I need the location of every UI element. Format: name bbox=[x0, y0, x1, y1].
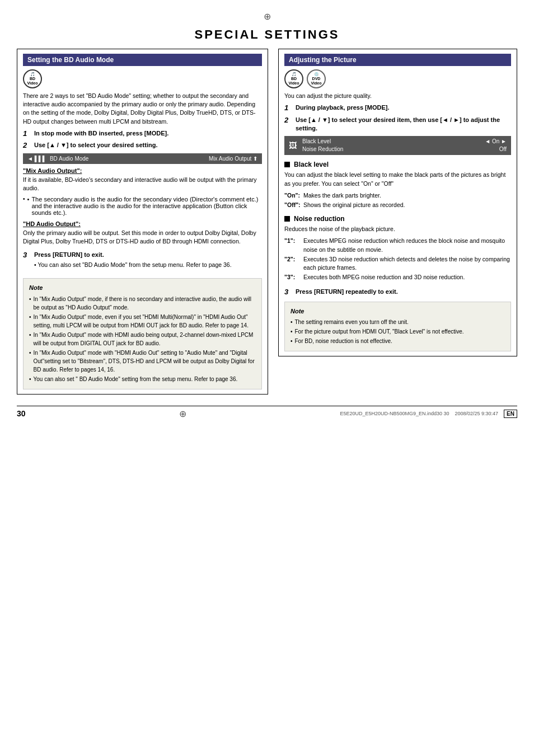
nr-3-text: Executes both MPEG noise reduction and 3… bbox=[303, 273, 465, 281]
step-1-num: 1 bbox=[23, 129, 31, 138]
note-item-1: In "Mix Audio Output" mode, if there is … bbox=[29, 295, 256, 312]
mode-box-icon: ◄ ▌▌▌ bbox=[27, 156, 46, 162]
nr-1-line: "1": Executes MPEG noise reduction which… bbox=[284, 237, 511, 253]
bd-icon-group: 🎵BDVideo bbox=[23, 69, 262, 88]
left-section-header: Setting the BD Audio Mode bbox=[23, 54, 262, 66]
nr-3-label: "3": bbox=[284, 273, 301, 281]
picture-box-icon: 🖼 bbox=[289, 141, 297, 150]
nr-2-line: "2": Executes 3D noise reduction which d… bbox=[284, 255, 511, 272]
right-section-box: Adjusting the Picture 🎵BDVideo 💿DVDVideo… bbox=[278, 49, 517, 356]
mode-box-value: Mix Audio Output ⬆ bbox=[209, 156, 257, 162]
mix-audio-bullet1: • The secondary audio is the audio for t… bbox=[23, 196, 262, 216]
step-1: 1 In stop mode with BD inserted, press [… bbox=[23, 129, 262, 138]
noise-reduction-text: Reduces the noise of the playback pictur… bbox=[284, 225, 511, 233]
hd-audio-text: Only the primary audio will be output. S… bbox=[23, 229, 262, 246]
noise-reduction-section: Noise reduction Reduces the noise of the… bbox=[284, 215, 511, 281]
step-1-text: In stop mode with BD inserted, press [MO… bbox=[34, 129, 168, 138]
on-label: "On": bbox=[284, 191, 301, 200]
mode-box-label: BD Audio Mode bbox=[50, 156, 89, 162]
main-content: Setting the BD Audio Mode 🎵BDVideo There… bbox=[17, 49, 517, 395]
doc-info: E5E20UD_E5H20UD-NB500MG9_EN.indd30 30 bbox=[340, 411, 449, 416]
right-step-2-num: 2 bbox=[284, 116, 292, 133]
black-level-text: You can adjust the black level setting t… bbox=[284, 171, 511, 187]
page-number: 30 bbox=[17, 409, 26, 418]
noise-reduction-title: Noise reduction bbox=[284, 215, 511, 223]
black-level-icon bbox=[284, 162, 290, 167]
note-box-left: Note In "Mix Audio Output" mode, if ther… bbox=[23, 278, 262, 389]
en-badge: EN bbox=[504, 410, 517, 418]
mix-audio-text: If it is available, BD-video's secondary… bbox=[23, 176, 262, 192]
on-text: Makes the dark parts brighter. bbox=[303, 191, 381, 200]
right-step-3-num: 3 bbox=[284, 288, 292, 296]
right-intro-text: You can adjust the picture quality. bbox=[284, 92, 511, 100]
nr-1-label: "1": bbox=[284, 237, 301, 253]
mode-box: ◄ ▌▌▌ BD Audio Mode Mix Audio Output ⬆ bbox=[23, 153, 262, 164]
picture-box-val-1: ◄ On ► bbox=[485, 138, 507, 145]
step-2: 2 Use [▲ / ▼] to select your desired set… bbox=[23, 141, 262, 149]
black-level-section: Black level You can adjust the black lev… bbox=[284, 161, 511, 209]
picture-box: 🖼 Black Level ◄ On ► Noise Reduction Off bbox=[284, 136, 511, 155]
right-note-item-1: The setting remains even you turn off th… bbox=[291, 318, 505, 326]
bullet-dot: • bbox=[27, 196, 30, 216]
step-3-text: Press [RETURN] to exit. bbox=[34, 251, 232, 259]
black-level-title: Black level bbox=[284, 161, 511, 168]
right-section-header: Adjusting the Picture bbox=[284, 54, 511, 66]
note-title-left: Note bbox=[29, 283, 256, 293]
right-step-2-text: Use [▲ / ▼] to select your desired item,… bbox=[296, 116, 511, 133]
hd-audio-heading: "HD Audio Output": bbox=[23, 220, 262, 227]
off-label: "Off": bbox=[284, 201, 301, 209]
right-icon-group: 🎵BDVideo 💿DVDVideo bbox=[284, 69, 511, 88]
intro-text: There are 2 ways to set "BD Audio Mode" … bbox=[23, 92, 262, 126]
step-3: 3 Press [RETURN] to exit. • You can also… bbox=[23, 251, 262, 273]
note-box-right: Note The setting remains even you turn o… bbox=[284, 302, 511, 352]
noise-reduction-icon bbox=[284, 216, 290, 222]
right-column: Adjusting the Picture 🎵BDVideo 💿DVDVideo… bbox=[278, 49, 517, 395]
step-2-num: 2 bbox=[23, 141, 31, 149]
right-step-1-text: During playback, press [MODE]. bbox=[296, 104, 389, 112]
left-column: Setting the BD Audio Mode 🎵BDVideo There… bbox=[17, 49, 268, 395]
date-info: 2008/02/25 9:30:47 bbox=[455, 411, 499, 416]
right-step-3-text: Press [RETURN] repeatedly to exit. bbox=[296, 288, 398, 296]
bd-icon-text: 🎵BDVideo bbox=[27, 72, 38, 85]
off-text: Shows the original picture as recorded. bbox=[303, 201, 405, 209]
note-title-right: Note bbox=[291, 307, 505, 316]
nr-2-text: Executes 3D noise reduction which detect… bbox=[303, 255, 511, 272]
bd-icon: 🎵BDVideo bbox=[23, 69, 42, 88]
nr-1-text: Executes MPEG noise reduction which redu… bbox=[303, 237, 511, 253]
right-bd-icon: 🎵BDVideo bbox=[284, 69, 303, 88]
nr-2-label: "2": bbox=[284, 255, 301, 272]
nr-3-line: "3": Executes both MPEG noise reduction … bbox=[284, 273, 511, 281]
picture-box-label-1: Black Level bbox=[302, 138, 331, 145]
picture-box-row-2: Noise Reduction Off bbox=[302, 145, 507, 153]
picture-box-val-2: Off bbox=[499, 145, 507, 153]
step-3-num: 3 bbox=[23, 251, 31, 273]
note-item-4: In "Mix Audio Output" mode with "HDMI Au… bbox=[29, 349, 256, 374]
note-item-2: In "Mix Audio Output" mode, even if you … bbox=[29, 313, 256, 330]
picture-box-row-1: Black Level ◄ On ► bbox=[302, 138, 507, 145]
note-item-3: In "Mix Audio Output" mode with HDMI aud… bbox=[29, 331, 256, 348]
off-line: "Off": Shows the original picture as rec… bbox=[284, 201, 511, 209]
crosshair-bottom: ⊕ bbox=[179, 408, 186, 419]
note-item-5: You can also set " BD Audio Mode" settin… bbox=[29, 375, 256, 383]
right-dvd-icon: 💿DVDVideo bbox=[307, 69, 326, 88]
right-step-1-num: 1 bbox=[284, 104, 292, 112]
mix-audio-heading: "Mix Audio Output": bbox=[23, 167, 262, 174]
right-step-1: 1 During playback, press [MODE]. bbox=[284, 104, 511, 112]
crosshair-top: ⊕ bbox=[17, 11, 517, 22]
bottom-bar: 30 ⊕ E5E20UD_E5H20UD-NB500MG9_EN.indd30 … bbox=[17, 406, 517, 419]
page-title: SPECIAL SETTINGS bbox=[17, 22, 517, 42]
right-step-3: 3 Press [RETURN] repeatedly to exit. bbox=[284, 288, 511, 296]
picture-box-label-2: Noise Reduction bbox=[302, 145, 343, 153]
step-3-sub: • You can also set "BD Audio Mode" from … bbox=[34, 261, 232, 269]
right-step-2: 2 Use [▲ / ▼] to select your desired ite… bbox=[284, 116, 511, 133]
on-line: "On": Makes the dark parts brighter. bbox=[284, 191, 511, 200]
picture-box-items: Black Level ◄ On ► Noise Reduction Off bbox=[302, 138, 507, 153]
bottom-right: E5E20UD_E5H20UD-NB500MG9_EN.indd30 30 20… bbox=[340, 410, 517, 418]
right-note-item-2: For the picture output from HDMI OUT, "B… bbox=[291, 327, 505, 336]
step-2-text: Use [▲ / ▼] to select your desired setti… bbox=[34, 141, 157, 149]
right-note-item-3: For BD, noise reduction is not effective… bbox=[291, 337, 505, 345]
